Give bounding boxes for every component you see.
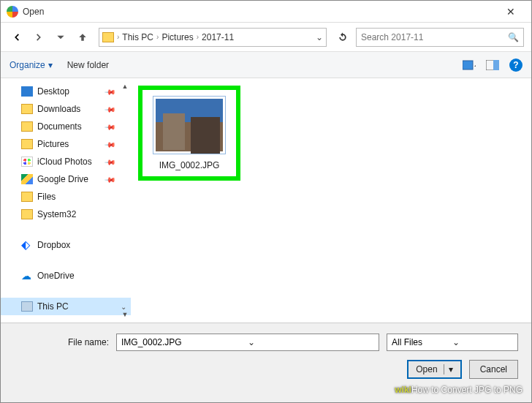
- filename-input[interactable]: IMG_0002.JPG ⌄: [116, 334, 379, 351]
- filename-value: IMG_0002.JPG: [121, 337, 248, 347]
- folder-icon: [21, 121, 33, 132]
- sidebar-item-gdrive[interactable]: Google Drive📌: [1, 170, 131, 188]
- nav-row: › This PC › Pictures › 2017-11 ⌄ 🔍: [1, 23, 531, 52]
- organize-menu[interactable]: Organize▾: [10, 60, 53, 70]
- close-button[interactable]: ✕: [496, 6, 525, 18]
- sidebar-item-desktop[interactable]: Desktop📌: [1, 83, 131, 100]
- breadcrumb-this-pc[interactable]: This PC: [122, 32, 153, 42]
- new-folder-button[interactable]: New folder: [67, 60, 109, 70]
- toolbar: Organize▾ New folder ?: [1, 52, 531, 78]
- sidebar-item-icloud[interactable]: iCloud Photos📌: [1, 153, 131, 170]
- onedrive-icon: ☁: [21, 271, 33, 281]
- sidebar-item-documents[interactable]: Documents📌: [1, 118, 131, 135]
- filetype-value: All Files: [392, 337, 452, 347]
- cancel-button[interactable]: Cancel: [469, 360, 518, 379]
- address-dropdown[interactable]: ⌄: [316, 32, 323, 42]
- folder-icon: [21, 139, 33, 149]
- app-icon: [7, 6, 18, 18]
- preview-pane-button[interactable]: [486, 59, 499, 71]
- pin-icon: 📌: [104, 138, 116, 150]
- filetype-select[interactable]: All Files ⌄: [387, 334, 518, 351]
- file-list[interactable]: IMG_0002.JPG: [131, 78, 531, 323]
- sidebar-item-this-pc[interactable]: This PC⌄: [1, 298, 131, 315]
- dialog-body: Desktop📌 Downloads📌 Documents📌 Pictures📌…: [1, 78, 531, 323]
- search-input[interactable]: [361, 32, 508, 42]
- svg-rect-2: [493, 60, 499, 70]
- sidebar-scrollbar[interactable]: ▲▼: [121, 83, 129, 318]
- folder-icon: [21, 209, 33, 219]
- sidebar-item-onedrive[interactable]: ☁OneDrive: [1, 267, 131, 285]
- sidebar-item-pictures[interactable]: Pictures📌: [1, 135, 131, 153]
- desktop-icon: [21, 86, 33, 97]
- sidebar-item-system32[interactable]: System32: [1, 206, 131, 223]
- pc-icon: [21, 301, 33, 312]
- chevron-right-icon: ›: [197, 33, 199, 41]
- pin-icon: 📌: [104, 103, 116, 115]
- file-thumbnail: [153, 96, 226, 154]
- open-dialog: Open ✕ › This PC › Pictures › 2017-11 ⌄ …: [0, 0, 532, 403]
- folder-icon: [102, 32, 114, 42]
- chevron-right-icon: ›: [156, 33, 159, 41]
- filename-label: File name:: [14, 337, 109, 347]
- pin-icon: 📌: [104, 121, 116, 132]
- address-bar[interactable]: › This PC › Pictures › 2017-11 ⌄: [99, 28, 327, 47]
- refresh-button[interactable]: [334, 29, 352, 46]
- search-box[interactable]: 🔍: [356, 28, 524, 47]
- file-item-selected[interactable]: IMG_0002.JPG: [138, 86, 240, 181]
- pin-icon: 📌: [104, 86, 116, 97]
- folder-icon: [21, 192, 33, 202]
- view-thumbnails-button[interactable]: [463, 59, 476, 71]
- recent-dropdown[interactable]: [52, 29, 69, 46]
- search-icon[interactable]: 🔍: [508, 32, 519, 42]
- window-title: Open: [23, 7, 496, 17]
- breadcrumb-pictures[interactable]: Pictures: [162, 32, 193, 42]
- gdrive-icon: [21, 174, 33, 184]
- sidebar: Desktop📌 Downloads📌 Documents📌 Pictures📌…: [1, 78, 131, 323]
- up-button[interactable]: [74, 29, 91, 46]
- chevron-down-icon: ▾: [48, 60, 53, 70]
- scroll-down-icon[interactable]: ▼: [122, 311, 129, 318]
- file-name-label: IMG_0002.JPG: [159, 160, 220, 170]
- open-button[interactable]: Open ▾: [407, 360, 461, 379]
- icloud-icon: [21, 157, 33, 167]
- breadcrumb-folder[interactable]: 2017-11: [202, 32, 234, 42]
- sidebar-item-downloads[interactable]: Downloads📌: [1, 100, 131, 118]
- titlebar: Open ✕: [1, 1, 531, 23]
- pin-icon: 📌: [104, 173, 116, 185]
- sidebar-item-dropbox[interactable]: ⬖Dropbox: [1, 236, 131, 254]
- forward-button[interactable]: [30, 29, 48, 46]
- folder-icon: [21, 104, 33, 114]
- chevron-right-icon: ›: [117, 33, 119, 41]
- back-button[interactable]: [8, 29, 26, 46]
- help-icon[interactable]: ?: [509, 59, 522, 72]
- dropbox-icon: ⬖: [21, 240, 33, 250]
- scroll-up-icon[interactable]: ▲: [122, 83, 129, 90]
- open-split-dropdown[interactable]: ▾: [444, 364, 453, 374]
- sidebar-item-files[interactable]: Files: [1, 188, 131, 206]
- pin-icon: 📌: [104, 156, 116, 167]
- watermark: wikiHow to Convert JPG to PNG: [395, 385, 522, 395]
- svg-rect-0: [463, 61, 473, 69]
- filename-dropdown[interactable]: ⌄: [248, 337, 374, 347]
- filetype-dropdown[interactable]: ⌄: [452, 337, 513, 347]
